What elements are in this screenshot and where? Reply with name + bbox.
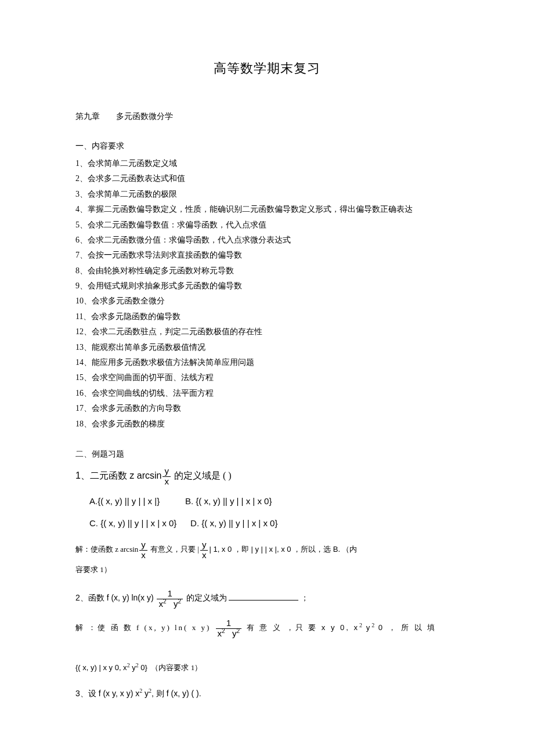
sol2-part-d: 0 ， 所 以 填 [374, 623, 436, 632]
sol2-part-c: y [362, 623, 371, 632]
page-title: 高等数学期末复习 [75, 58, 459, 78]
list-item: 16、会求空间曲线的切线、法平面方程 [75, 387, 459, 400]
sol1-part-d: （内 [342, 545, 357, 554]
q3-text-b: y [142, 689, 149, 698]
chapter-name: 多元函数微分学 [116, 112, 173, 121]
q1-options-row2: C. {( x, y) || y | | x | x 0} D. {( x, y… [89, 516, 459, 530]
q2-text-b: 的定义域为 [184, 594, 229, 602]
q1-text-pre: 1、二元函数 z arcsin [75, 471, 161, 480]
q1-option-d: D. {( x, y) || y | | x | x 0} [190, 518, 277, 528]
list-item: 9、会用链式规则求抽象形式多元函数的偏导数 [75, 280, 459, 292]
q1-text-post: 的定义域是 ( ) [172, 471, 232, 480]
question-1: 1、二元函数 z arcsinyx 的定义域是 ( ) [75, 466, 459, 486]
sol1-part-e: 容要求 1） [75, 565, 111, 574]
chapter-number: 第九章 [75, 112, 100, 121]
question-2: 2、函数 f (x, y) ln(x y) 1x2 y2 的定义域为 ； [75, 589, 459, 609]
sol2-part-a: 解 ：使 函 数 f (x, y) ln( x y) [75, 623, 215, 632]
sol2-part-f: y [130, 663, 136, 672]
sol1-part-c: | 1, x 0 ，即 | y | | x |, x 0 ，所以，选 B. [209, 545, 340, 554]
q3-text-c: , 则 f (x, y) ( ). [151, 689, 201, 698]
list-item: 1、会求简单二元函数定义域 [75, 157, 459, 170]
list-item: 8、会由轮换对称性确定多元函数对称元导数 [75, 265, 459, 277]
examples-heading: 二、例题习题 [75, 448, 459, 461]
sol2-part-e: {( x, y) | x y 0, x [75, 663, 127, 672]
list-item: 10、会求多元函数全微分 [75, 295, 459, 308]
fraction-1-over-x2y2: 1x2 y2 [157, 589, 183, 609]
q1-option-b: B. {( x, y) || y | | x | x 0} [185, 496, 272, 506]
list-item: 2、会求多二元函数表达式和值 [75, 172, 459, 185]
solution-1: 解：使函数 z arcsinyx 有意义，只要 |yx| 1, x 0 ，即 |… [75, 540, 459, 580]
sol1-part-b: 有意义，只要 | [149, 545, 199, 554]
list-item: 17、会求多元函数的方向导数 [75, 402, 459, 415]
q1-option-c: C. {( x, y) || y | | x | x 0} [89, 518, 176, 528]
sol2-part-g: 0} [139, 663, 147, 672]
list-item: 15、会求空间曲面的切平面、法线方程 [75, 371, 459, 384]
q1-option-a: A.{( x, y) || y | | x |} [89, 496, 160, 506]
chapter-heading: 第九章多元函数微分学 [75, 110, 459, 123]
requirements-list: 1、会求简单二元函数定义域 2、会求多二元函数表达式和值 3、会求简单二元函数的… [75, 157, 459, 431]
list-item: 4、掌握二元函数偏导数定义，性质，能确识别二元函数偏导数定义形式，得出偏导数正确… [75, 203, 459, 216]
list-item: 3、会求简单二元函数的极限 [75, 188, 459, 201]
question-3: 3、设 f (x y, x y) x2 y2, 则 f (x, y) ( ). [75, 687, 459, 700]
list-item: 12、会求二元函数驻点，判定二元函数极值的存在性 [75, 325, 459, 338]
fraction-y-over-x: yx [200, 540, 208, 560]
fraction-1-over-x2y2: 1x2 y2 [216, 618, 242, 638]
sol2-part-b: 有 意 义 ，只 要 x y 0, x [243, 623, 359, 632]
list-item: 14、能应用多元函数求极值方法解决简单应用问题 [75, 356, 459, 369]
q1-options-row1: A.{( x, y) || y | | x |} B. {( x, y) || … [89, 494, 459, 508]
list-item: 11、会求多元隐函数的偏导数 [75, 310, 459, 323]
list-item: 5、会求二元函数偏导数值：求偏导函数，代入点求值 [75, 219, 459, 231]
solution-2: 解 ：使 函 数 f (x, y) ln( x y) 1x2 y2 有 意 义 … [75, 618, 459, 678]
list-item: 13、能观察出简单多元函数极值情况 [75, 341, 459, 354]
list-item: 7、会按一元函数求导法则求直接函数的偏导数 [75, 249, 459, 262]
sol1-part-a: 解：使函数 z arcsin [75, 545, 138, 554]
fraction-y-over-x: yx [139, 540, 147, 560]
fill-blank [229, 592, 298, 601]
q2-text-a: 2、函数 f (x, y) ln(x y) [75, 593, 156, 602]
q3-text-a: 3、设 f (x y, x y) x [75, 689, 139, 698]
requirements-heading: 一、内容要求 [75, 140, 459, 153]
list-item: 18、会求多元函数的梯度 [75, 418, 459, 431]
list-item: 6、会求二元函数微分值：求偏导函数，代入点求微分表达式 [75, 234, 459, 247]
sol2-part-h: （内容要求 1） [151, 663, 202, 672]
q2-text-c: ； [298, 594, 309, 602]
fraction-y-over-x: yx [163, 466, 171, 486]
